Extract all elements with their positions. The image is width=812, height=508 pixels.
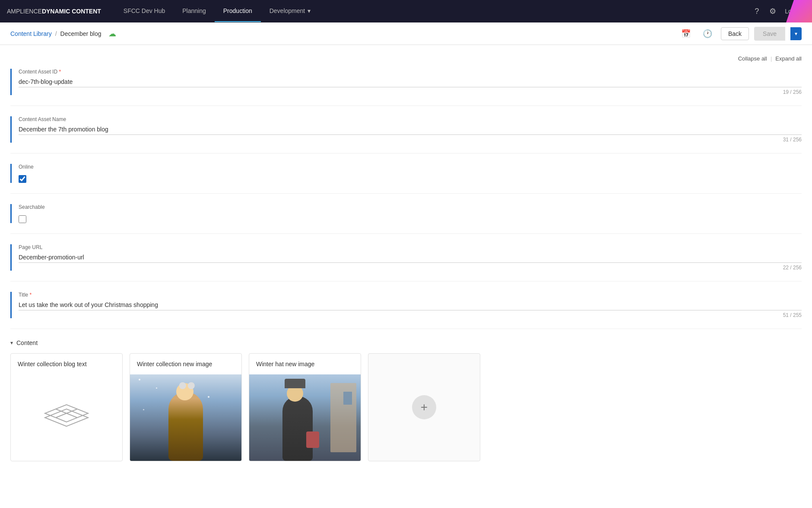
- breadcrumb-actions: 📅 🕐 Back Save ▾: [678, 27, 802, 41]
- breadcrumb-bar: Content Library / December blog ☁ 📅 🕐 Ba…: [0, 22, 812, 45]
- cloud-sync-icon: ☁: [108, 29, 116, 38]
- card-winter-collection-blog-text[interactable]: Winter collection blog text: [10, 353, 123, 461]
- cards-container: Winter collection blog text Winter coll: [10, 353, 802, 461]
- nav-links: SFCC Dev Hub Planning Production Develop…: [115, 0, 753, 22]
- breadcrumb: Content Library / December blog ☁: [10, 29, 678, 38]
- brand-name-bold: DYNAMIC CONTENT: [42, 8, 101, 15]
- help-icon-button[interactable]: ?: [753, 5, 761, 18]
- svg-marker-0: [45, 409, 88, 426]
- page-url-char-count: 22 / 256: [19, 265, 802, 271]
- content-asset-id-input[interactable]: [19, 77, 802, 87]
- divider-5: [10, 281, 802, 281]
- collapse-all-link[interactable]: Collapse all: [738, 55, 767, 62]
- searchable-checkbox[interactable]: [19, 215, 26, 223]
- nav-link-planning[interactable]: Planning: [174, 0, 215, 22]
- expand-all-link[interactable]: Expand all: [775, 55, 802, 62]
- card-image-winter-hat: [249, 374, 361, 461]
- online-checkbox[interactable]: [19, 175, 26, 183]
- card-placeholder-icon: [11, 374, 122, 461]
- divider-1: [10, 105, 802, 106]
- breadcrumb-separator: /: [55, 30, 57, 37]
- nav-link-development[interactable]: Development ▾: [261, 0, 320, 22]
- breadcrumb-link-content-library[interactable]: Content Library: [10, 30, 52, 37]
- divider-2: [10, 153, 802, 153]
- main-content: Collapse all | Expand all Content Asset …: [0, 45, 812, 508]
- card-title-winter-collection-new-image: Winter collection new image: [130, 354, 241, 374]
- content-asset-id-field: Content Asset ID * 19 / 256: [19, 69, 802, 95]
- card-title-winter-hat-new-image: Winter hat new image: [249, 354, 361, 374]
- card-winter-hat-new-image[interactable]: Winter hat new image: [249, 353, 361, 461]
- card-winter-collection-new-image[interactable]: Winter collection new image: [130, 353, 242, 461]
- content-section: ▾ Content Winter collection blog text: [10, 339, 802, 461]
- online-label: Online: [19, 164, 802, 170]
- content-asset-id-char-count: 19 / 256: [19, 89, 802, 95]
- settings-icon-button[interactable]: ⚙: [768, 5, 778, 18]
- page-url-field: Page URL 22 / 256: [19, 244, 802, 271]
- brand-name-normal: AMPLIENCE: [7, 8, 42, 15]
- card-add-button[interactable]: +: [368, 353, 480, 461]
- content-section-label: Content: [16, 339, 38, 346]
- calendar-icon-button[interactable]: 📅: [678, 27, 694, 40]
- page-url-label: Page URL: [19, 244, 802, 250]
- required-marker: *: [59, 69, 61, 75]
- history-icon-button[interactable]: 🕐: [699, 27, 716, 40]
- nav-link-development-label: Development: [270, 7, 305, 14]
- online-checkbox-wrapper: [19, 175, 802, 183]
- save-dropdown-button[interactable]: ▾: [790, 27, 802, 40]
- divider-4: [10, 233, 802, 234]
- content-asset-name-input[interactable]: [19, 124, 802, 135]
- chevron-down-icon: ▾: [308, 7, 311, 14]
- separator-pipe: |: [771, 55, 772, 62]
- title-section: Title * 51 / 255: [10, 292, 802, 318]
- content-asset-name-char-count: 31 / 256: [19, 137, 802, 143]
- content-asset-name-section: Content Asset Name 31 / 256: [10, 116, 802, 143]
- online-section: Online: [10, 164, 802, 183]
- page-url-section: Page URL 22 / 256: [10, 244, 802, 271]
- chevron-down-icon: ▾: [10, 340, 13, 346]
- title-label: Title *: [19, 292, 802, 298]
- content-asset-id-section: Content Asset ID * 19 / 256: [10, 69, 802, 95]
- card-title-winter-collection-blog-text: Winter collection blog text: [11, 354, 122, 374]
- searchable-section: Searchable: [10, 204, 802, 223]
- back-button[interactable]: Back: [721, 27, 749, 40]
- content-asset-id-label: Content Asset ID *: [19, 69, 802, 75]
- title-input[interactable]: [19, 300, 802, 310]
- nav-link-production[interactable]: Production: [215, 0, 261, 22]
- divider-6: [10, 329, 802, 329]
- save-button[interactable]: Save: [754, 27, 785, 41]
- layers-icon: [41, 400, 92, 435]
- content-section-header[interactable]: ▾ Content: [10, 339, 802, 346]
- title-char-count: 51 / 255: [19, 312, 802, 318]
- title-required-marker: *: [30, 292, 32, 298]
- nav-link-sfcc[interactable]: SFCC Dev Hub: [115, 0, 174, 22]
- searchable-checkbox-wrapper: [19, 215, 802, 223]
- card-image-winter-collection: [130, 374, 241, 461]
- title-field: Title * 51 / 255: [19, 292, 802, 318]
- content-asset-name-field: Content Asset Name 31 / 256: [19, 116, 802, 143]
- breadcrumb-current-page: December blog: [60, 30, 102, 37]
- online-field: Online: [19, 164, 802, 183]
- searchable-field: Searchable: [19, 204, 802, 223]
- divider-3: [10, 193, 802, 194]
- page-url-input[interactable]: [19, 252, 802, 263]
- brand-logo: AMPLIENCE DYNAMIC CONTENT: [7, 8, 101, 15]
- top-nav: AMPLIENCE DYNAMIC CONTENT SFCC Dev Hub P…: [0, 0, 812, 22]
- collapse-expand-row: Collapse all | Expand all: [10, 55, 802, 62]
- nav-accent-decoration: [786, 0, 812, 22]
- add-circle-icon: +: [412, 395, 436, 419]
- content-asset-name-label: Content Asset Name: [19, 116, 802, 122]
- searchable-label: Searchable: [19, 204, 802, 210]
